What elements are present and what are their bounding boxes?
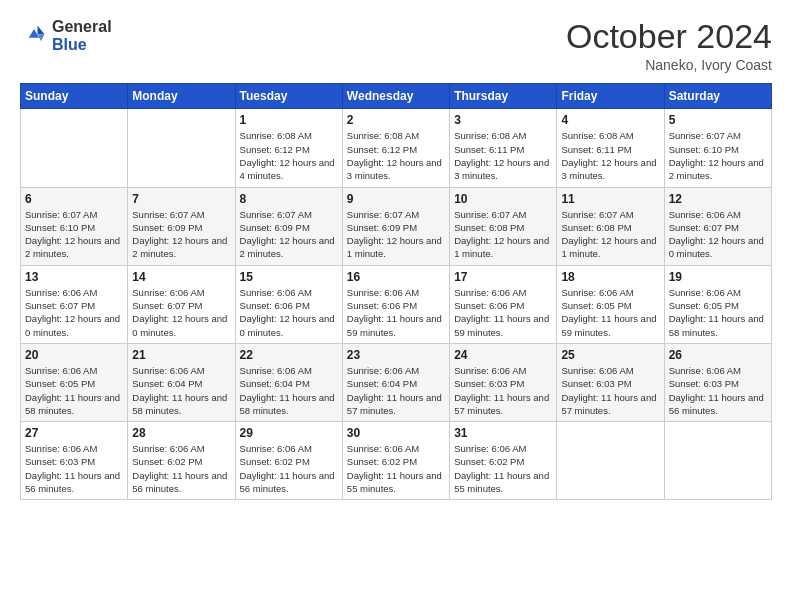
day-num-31: 31 [454,426,552,440]
col-monday: Monday [128,84,235,109]
logo: General Blue [20,18,112,53]
cell-w1-d2 [128,109,235,187]
cell-w1-d4: 2Sunrise: 6:08 AM Sunset: 6:12 PM Daylig… [342,109,449,187]
day-num-27: 27 [25,426,123,440]
day-info-23: Sunrise: 6:06 AM Sunset: 6:04 PM Dayligh… [347,364,445,417]
week-row-2: 6Sunrise: 6:07 AM Sunset: 6:10 PM Daylig… [21,187,772,265]
calendar-header: Sunday Monday Tuesday Wednesday Thursday… [21,84,772,109]
header: General Blue October 2024 Naneko, Ivory … [20,18,772,73]
day-num-24: 24 [454,348,552,362]
cell-w2-d5: 10Sunrise: 6:07 AM Sunset: 6:08 PM Dayli… [450,187,557,265]
col-tuesday: Tuesday [235,84,342,109]
day-info-22: Sunrise: 6:06 AM Sunset: 6:04 PM Dayligh… [240,364,338,417]
day-num-9: 9 [347,192,445,206]
cell-w2-d2: 7Sunrise: 6:07 AM Sunset: 6:09 PM Daylig… [128,187,235,265]
day-info-31: Sunrise: 6:06 AM Sunset: 6:02 PM Dayligh… [454,442,552,495]
cell-w2-d4: 9Sunrise: 6:07 AM Sunset: 6:09 PM Daylig… [342,187,449,265]
day-num-8: 8 [240,192,338,206]
day-num-12: 12 [669,192,767,206]
day-num-2: 2 [347,113,445,127]
day-info-21: Sunrise: 6:06 AM Sunset: 6:04 PM Dayligh… [132,364,230,417]
day-info-30: Sunrise: 6:06 AM Sunset: 6:02 PM Dayligh… [347,442,445,495]
day-num-22: 22 [240,348,338,362]
week-row-5: 27Sunrise: 6:06 AM Sunset: 6:03 PM Dayli… [21,422,772,500]
cell-w4-d6: 25Sunrise: 6:06 AM Sunset: 6:03 PM Dayli… [557,343,664,421]
day-info-10: Sunrise: 6:07 AM Sunset: 6:08 PM Dayligh… [454,208,552,261]
day-info-25: Sunrise: 6:06 AM Sunset: 6:03 PM Dayligh… [561,364,659,417]
day-info-5: Sunrise: 6:07 AM Sunset: 6:10 PM Dayligh… [669,129,767,182]
day-num-30: 30 [347,426,445,440]
cell-w3-d1: 13Sunrise: 6:06 AM Sunset: 6:07 PM Dayli… [21,265,128,343]
cell-w5-d2: 28Sunrise: 6:06 AM Sunset: 6:02 PM Dayli… [128,422,235,500]
cell-w1-d7: 5Sunrise: 6:07 AM Sunset: 6:10 PM Daylig… [664,109,771,187]
day-info-11: Sunrise: 6:07 AM Sunset: 6:08 PM Dayligh… [561,208,659,261]
cell-w1-d6: 4Sunrise: 6:08 AM Sunset: 6:11 PM Daylig… [557,109,664,187]
day-num-26: 26 [669,348,767,362]
cell-w5-d6 [557,422,664,500]
day-num-7: 7 [132,192,230,206]
day-info-4: Sunrise: 6:08 AM Sunset: 6:11 PM Dayligh… [561,129,659,182]
day-info-28: Sunrise: 6:06 AM Sunset: 6:02 PM Dayligh… [132,442,230,495]
day-info-1: Sunrise: 6:08 AM Sunset: 6:12 PM Dayligh… [240,129,338,182]
logo-blue-text: Blue [52,36,112,54]
day-num-3: 3 [454,113,552,127]
day-num-4: 4 [561,113,659,127]
calendar-table: Sunday Monday Tuesday Wednesday Thursday… [20,83,772,500]
cell-w3-d5: 17Sunrise: 6:06 AM Sunset: 6:06 PM Dayli… [450,265,557,343]
cell-w1-d1 [21,109,128,187]
day-info-24: Sunrise: 6:06 AM Sunset: 6:03 PM Dayligh… [454,364,552,417]
day-info-27: Sunrise: 6:06 AM Sunset: 6:03 PM Dayligh… [25,442,123,495]
svg-marker-0 [38,25,45,34]
cell-w2-d3: 8Sunrise: 6:07 AM Sunset: 6:09 PM Daylig… [235,187,342,265]
day-info-15: Sunrise: 6:06 AM Sunset: 6:06 PM Dayligh… [240,286,338,339]
col-friday: Friday [557,84,664,109]
cell-w2-d1: 6Sunrise: 6:07 AM Sunset: 6:10 PM Daylig… [21,187,128,265]
day-info-8: Sunrise: 6:07 AM Sunset: 6:09 PM Dayligh… [240,208,338,261]
col-wednesday: Wednesday [342,84,449,109]
day-info-29: Sunrise: 6:06 AM Sunset: 6:02 PM Dayligh… [240,442,338,495]
day-num-28: 28 [132,426,230,440]
month-title: October 2024 [566,18,772,55]
cell-w2-d6: 11Sunrise: 6:07 AM Sunset: 6:08 PM Dayli… [557,187,664,265]
day-num-1: 1 [240,113,338,127]
day-num-19: 19 [669,270,767,284]
day-info-7: Sunrise: 6:07 AM Sunset: 6:09 PM Dayligh… [132,208,230,261]
day-num-14: 14 [132,270,230,284]
cell-w5-d1: 27Sunrise: 6:06 AM Sunset: 6:03 PM Dayli… [21,422,128,500]
day-info-19: Sunrise: 6:06 AM Sunset: 6:05 PM Dayligh… [669,286,767,339]
cell-w3-d3: 15Sunrise: 6:06 AM Sunset: 6:06 PM Dayli… [235,265,342,343]
day-num-10: 10 [454,192,552,206]
day-num-5: 5 [669,113,767,127]
day-info-20: Sunrise: 6:06 AM Sunset: 6:05 PM Dayligh… [25,364,123,417]
page: General Blue October 2024 Naneko, Ivory … [0,0,792,612]
day-info-6: Sunrise: 6:07 AM Sunset: 6:10 PM Dayligh… [25,208,123,261]
day-num-21: 21 [132,348,230,362]
day-num-16: 16 [347,270,445,284]
cell-w3-d4: 16Sunrise: 6:06 AM Sunset: 6:06 PM Dayli… [342,265,449,343]
day-num-11: 11 [561,192,659,206]
col-sunday: Sunday [21,84,128,109]
day-info-16: Sunrise: 6:06 AM Sunset: 6:06 PM Dayligh… [347,286,445,339]
day-num-13: 13 [25,270,123,284]
day-num-18: 18 [561,270,659,284]
day-info-17: Sunrise: 6:06 AM Sunset: 6:06 PM Dayligh… [454,286,552,339]
day-info-9: Sunrise: 6:07 AM Sunset: 6:09 PM Dayligh… [347,208,445,261]
day-info-13: Sunrise: 6:06 AM Sunset: 6:07 PM Dayligh… [25,286,123,339]
cell-w3-d6: 18Sunrise: 6:06 AM Sunset: 6:05 PM Dayli… [557,265,664,343]
logo-general-text: General [52,18,112,36]
day-num-23: 23 [347,348,445,362]
cell-w4-d5: 24Sunrise: 6:06 AM Sunset: 6:03 PM Dayli… [450,343,557,421]
logo-icon [20,22,48,50]
day-info-18: Sunrise: 6:06 AM Sunset: 6:05 PM Dayligh… [561,286,659,339]
col-saturday: Saturday [664,84,771,109]
day-info-12: Sunrise: 6:06 AM Sunset: 6:07 PM Dayligh… [669,208,767,261]
cell-w3-d2: 14Sunrise: 6:06 AM Sunset: 6:07 PM Dayli… [128,265,235,343]
title-block: October 2024 Naneko, Ivory Coast [566,18,772,73]
day-num-25: 25 [561,348,659,362]
day-info-3: Sunrise: 6:08 AM Sunset: 6:11 PM Dayligh… [454,129,552,182]
cell-w5-d5: 31Sunrise: 6:06 AM Sunset: 6:02 PM Dayli… [450,422,557,500]
day-num-20: 20 [25,348,123,362]
week-row-4: 20Sunrise: 6:06 AM Sunset: 6:05 PM Dayli… [21,343,772,421]
location: Naneko, Ivory Coast [566,57,772,73]
day-num-15: 15 [240,270,338,284]
